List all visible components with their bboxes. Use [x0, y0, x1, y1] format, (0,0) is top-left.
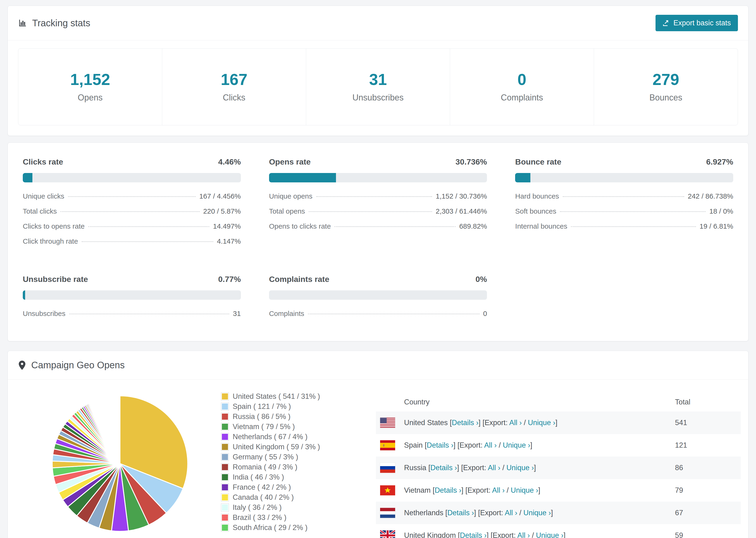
rate-stat-row: Internal bounces 19 / 6.81% [515, 222, 733, 230]
export-basic-stats-label: Export basic stats [674, 19, 731, 27]
geo-table-header-total: Total [675, 398, 741, 406]
legend-label: Netherlands ( 67 / 4% ) [233, 433, 307, 441]
export-all-link[interactable]: All › [488, 463, 500, 472]
stat-label: Unsubscribes [306, 93, 450, 103]
rate-rows: Unique clicks 167 / 4.456% Total clicks … [23, 192, 241, 245]
dotted-leader [69, 314, 229, 314]
legend-swatch [221, 443, 229, 451]
pie-legend: United States ( 541 / 31% ) Spain ( 121 … [221, 391, 357, 533]
geo-table-body: United States [Details ›] [Export: All ›… [376, 411, 741, 538]
summary-stat: 1,152 Opens [18, 49, 162, 125]
country-name: Russia [404, 463, 426, 472]
rate-section-head: Clicks rate 4.46% [23, 157, 241, 166]
export-unique-link[interactable]: Unique › [523, 509, 551, 517]
export-all-link[interactable]: All › [509, 418, 522, 427]
stat-label: Bounces [594, 93, 738, 103]
legend-swatch [221, 513, 229, 521]
export-all-link[interactable]: All › [484, 441, 497, 449]
tracking-stats-title: Tracking stats [32, 18, 90, 28]
stat-value: 279 [594, 70, 738, 88]
tracking-stats-card: Tracking stats Export basic stats 1,152 … [8, 6, 748, 136]
rate-stat-label: Internal bounces [515, 222, 567, 230]
legend-label: Canada ( 40 / 2% ) [233, 493, 294, 502]
dotted-leader [82, 241, 213, 242]
summary-stat: 0 Complaints [450, 49, 594, 125]
dotted-leader [563, 196, 684, 197]
country-name: United States [404, 418, 448, 427]
geo-table-row: United Kingdom [Details ›] [Export: All … [376, 524, 741, 538]
legend-label: Vietnam ( 79 / 5% ) [233, 422, 295, 431]
pie-chart-svg [47, 391, 193, 536]
legend-item: Netherlands ( 67 / 4% ) [221, 432, 357, 442]
rate-progress-fill [23, 173, 32, 183]
export-unique-link[interactable]: Unique › [507, 463, 534, 472]
country-cell: United Kingdom [Details ›] [Export: All … [404, 531, 675, 538]
country-flag [376, 530, 404, 538]
legend-item: United States ( 541 / 31% ) [221, 391, 357, 402]
rate-stat-label: Unsubscribes [23, 310, 66, 318]
rate-stat-label: Total clicks [23, 207, 57, 215]
export-all-link[interactable]: All › [517, 531, 530, 538]
country-cell: Vietnam [Details ›] [Export: All › / Uni… [404, 486, 675, 495]
details-link[interactable]: Details › [460, 531, 487, 538]
legend-swatch [221, 524, 229, 532]
rate-section-value: 6.927% [706, 157, 733, 166]
legend-item: Russia ( 86 / 5% ) [221, 411, 357, 422]
export-unique-link[interactable]: Unique › [503, 441, 530, 449]
rate-section-title: Bounce rate [515, 157, 561, 166]
country-total: 59 [675, 531, 741, 538]
stat-value: 0 [450, 70, 594, 88]
dotted-leader [571, 226, 696, 227]
export-unique-link[interactable]: Unique › [536, 531, 564, 538]
rate-progress-fill [515, 173, 530, 183]
legend-label: Brazil ( 33 / 2% ) [233, 513, 287, 522]
rate-stat-value: 220 / 5.87% [203, 207, 241, 215]
rate-stat-label: Click through rate [23, 237, 78, 245]
rate-stat-row: Complaints 0 [269, 310, 487, 318]
country-name: Vietnam [404, 486, 431, 494]
country-flag [376, 463, 404, 473]
rate-stat-row: Soft bounces 18 / 0% [515, 207, 733, 215]
rate-stat-label: Complaints [269, 310, 304, 318]
rate-section-value: 0% [475, 275, 487, 284]
dotted-leader [68, 196, 195, 197]
details-link[interactable]: Details › [427, 441, 454, 449]
rate-stat-value: 18 / 0% [709, 207, 733, 215]
rate-stat-row: Unique opens 1,152 / 30.736% [269, 192, 487, 200]
summary-stat: 167 Clicks [162, 49, 306, 125]
export-basic-stats-button[interactable]: Export basic stats [656, 15, 738, 31]
rate-section: Complaints rate 0% Complaints 0 [269, 275, 487, 325]
legend-swatch [221, 504, 229, 511]
rate-stat-label: Opens to clicks rate [269, 222, 331, 230]
rates-card: Clicks rate 4.46% Unique clicks 167 / 4.… [8, 142, 748, 341]
rate-rows: Unique opens 1,152 / 30.736% Total opens… [269, 192, 487, 230]
details-link[interactable]: Details › [430, 463, 457, 472]
details-link[interactable]: Details › [435, 486, 461, 494]
rate-section-title: Clicks rate [23, 157, 63, 166]
rate-stat-row: Total opens 2,303 / 61.446% [269, 207, 487, 215]
rate-section-head: Bounce rate 6.927% [515, 157, 733, 166]
legend-label: Germany ( 55 / 3% ) [233, 453, 298, 461]
rate-stat-value: 1,152 / 30.736% [436, 192, 487, 200]
export-all-link[interactable]: All › [492, 486, 505, 494]
legend-item: South Africa ( 29 / 2% ) [221, 522, 357, 533]
rate-section: Clicks rate 4.46% Unique clicks 167 / 4.… [23, 157, 241, 252]
rate-section-head: Unsubscribe rate 0.77% [23, 275, 241, 284]
rate-section-value: 30.736% [456, 157, 487, 166]
geo-table-row: Netherlands [Details ›] [Export: All › /… [376, 502, 741, 524]
export-unique-link[interactable]: Unique › [528, 418, 555, 427]
country-cell: Russia [Details ›] [Export: All › / Uniq… [404, 463, 675, 472]
rate-progress-fill [23, 290, 25, 300]
rate-progress-track [269, 173, 487, 183]
details-link[interactable]: Details › [447, 509, 474, 517]
rate-stat-label: Clicks to opens rate [23, 222, 84, 230]
geo-opens-table: Country Total United States [Details ›] … [376, 393, 741, 538]
country-cell: United States [Details ›] [Export: All ›… [404, 418, 675, 427]
export-all-link[interactable]: All › [505, 509, 517, 517]
export-unique-link[interactable]: Unique › [511, 486, 538, 494]
details-link[interactable]: Details › [452, 418, 478, 427]
rate-rows: Unsubscribes 31 [23, 310, 241, 318]
rate-section-title: Unsubscribe rate [23, 275, 88, 284]
geo-table-header-country: Country [404, 398, 675, 406]
rate-stat-label: Total opens [269, 207, 305, 215]
